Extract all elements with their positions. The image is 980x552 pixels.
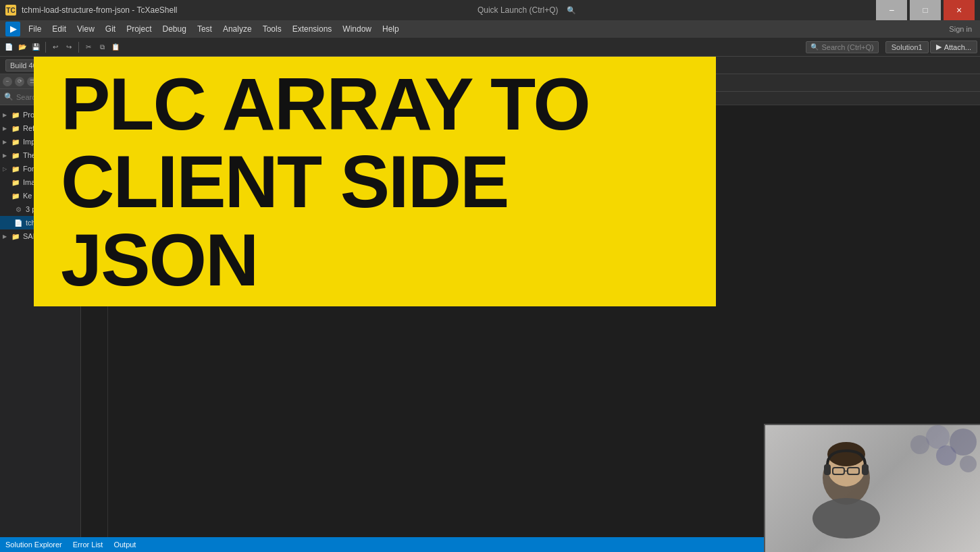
attach-button[interactable]: ▶ Attach...: [930, 40, 977, 53]
menu-help[interactable]: Help: [377, 23, 405, 35]
status-bar: Solution Explorer Error List Output: [0, 537, 764, 552]
solution-label: Solution1: [885, 41, 929, 53]
folder-icon: 📁: [11, 110, 20, 119]
tree-arrow: ▷: [3, 166, 11, 172]
folder-icon: 📁: [11, 177, 20, 187]
menu-debug[interactable]: Debug: [157, 23, 192, 35]
banner-overlay: PLC ARRAY TO CLIENT SIDE JSON: [34, 57, 716, 306]
folder-icon: 📁: [11, 231, 20, 241]
tree-arrow: ▶: [3, 233, 11, 240]
menu-file[interactable]: File: [23, 23, 47, 35]
title-bar-right: Quick Launch (Ctrl+Q) 🔍: [478, 5, 576, 15]
folder-icon: 📁: [11, 137, 20, 146]
tree-arrow: ▶: [3, 112, 11, 118]
menu-extensions[interactable]: Extensions: [287, 23, 338, 35]
maximize-button[interactable]: □: [910, 0, 941, 20]
status-solution-explorer[interactable]: Solution Explorer: [5, 541, 62, 549]
open-btn[interactable]: 📂: [16, 41, 28, 53]
menu-edit[interactable]: Edit: [47, 23, 72, 35]
new-project-btn[interactable]: 📄: [3, 41, 15, 53]
app-icon: TC: [5, 5, 16, 16]
title-bar-left: TC tchmi-load-structure-from-json - TcXa…: [5, 5, 178, 16]
collapse-all-button[interactable]: −: [3, 77, 12, 86]
tree-arrow: ▶: [3, 139, 11, 145]
person-svg: [779, 431, 914, 552]
svg-rect-8: [862, 464, 869, 475]
status-error-list-label: Error List: [73, 541, 103, 549]
search-icon: 🔍: [4, 92, 14, 101]
tree-arrow: ▶: [3, 126, 11, 132]
tree-item-label: Ke: [23, 192, 32, 200]
search-icon: 🔍: [567, 6, 576, 15]
folder-icon: 📁: [11, 150, 20, 160]
os-title-bar: TC tchmi-load-structure-from-json - TcXa…: [0, 0, 980, 20]
svg-point-6: [813, 498, 880, 539]
status-output[interactable]: Output: [113, 541, 136, 549]
gear-icon: ⚙: [14, 204, 23, 214]
menu-project[interactable]: Project: [121, 23, 157, 35]
status-output-label: Output: [113, 541, 136, 549]
menu-window[interactable]: Window: [337, 23, 377, 35]
window-title: tchmi-load-structure-from-json - TcXaeSh…: [22, 5, 178, 15]
status-error-list[interactable]: Error List: [73, 541, 103, 549]
folder-icon: 📁: [11, 123, 20, 133]
menu-git[interactable]: Git: [100, 23, 121, 35]
quick-launch-label: Quick Launch (Ctrl+Q): [478, 5, 559, 15]
file-icon: 📄: [14, 218, 23, 227]
title-bar-controls[interactable]: − □ ×: [876, 0, 975, 20]
webcam-overlay: [764, 424, 980, 552]
menu-analyze[interactable]: Analyze: [217, 23, 257, 35]
close-button[interactable]: ×: [944, 0, 975, 20]
menu-view[interactable]: View: [72, 23, 100, 35]
search-placeholder: Search (Ctrl+Q): [821, 43, 873, 51]
vs-inner-menubar: ▶ File Edit View Git Project Debug Test …: [0, 20, 980, 38]
banner-text: PLC ARRAY TO CLIENT SIDE JSON: [34, 51, 716, 312]
sign-in-button[interactable]: Sign in: [944, 24, 977, 34]
minimize-button[interactable]: −: [876, 0, 907, 20]
tree-arrow: ▶: [3, 153, 11, 159]
webcam-background: [765, 425, 980, 552]
search-icon: 🔍: [810, 43, 819, 51]
vs-logo: ▶: [5, 22, 20, 36]
status-solution-explorer-label: Solution Explorer: [5, 541, 62, 549]
play-icon: ▶: [936, 43, 942, 51]
folder-icon: 📁: [11, 191, 20, 200]
menu-test[interactable]: Test: [192, 23, 217, 35]
svg-rect-7: [824, 464, 831, 475]
banner-line2: CLIENT SIDE JSON: [61, 142, 689, 298]
folder-icon: 📁: [11, 164, 20, 173]
sync-button[interactable]: ⟳: [15, 77, 24, 86]
attach-label: Attach...: [944, 43, 971, 51]
menu-tools[interactable]: Tools: [257, 23, 287, 35]
banner-line1: PLC ARRAY TO: [61, 65, 689, 143]
